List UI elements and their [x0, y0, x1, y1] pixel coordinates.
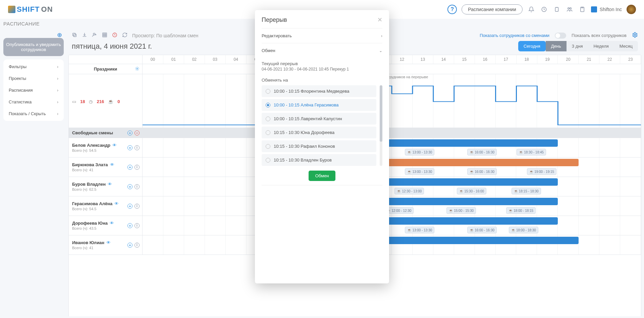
sidebar-item-show-hide[interactable]: Показать / Скрыть›	[3, 108, 64, 120]
download-icon[interactable]	[82, 32, 87, 39]
eye-icon[interactable]: 👁	[112, 143, 117, 148]
tab-week[interactable]: Неделя	[588, 41, 614, 51]
break-pill[interactable]: ☕13:00 - 13:30	[405, 227, 434, 233]
swap-button[interactable]: Обмен	[309, 171, 336, 181]
add-icon[interactable]: +	[127, 242, 132, 247]
break-pill[interactable]: ☕15:00 - 15:30	[446, 207, 476, 214]
publish-button[interactable]: Опубликовать и уведомить сотрудников	[3, 38, 64, 56]
company-schedule-button[interactable]: Расписание компании	[462, 4, 523, 14]
row-track[interactable]: 09:00 - 21:00	[143, 235, 641, 255]
swap-option[interactable]: 10:00 - 10:15 Флорентина Медведева	[262, 85, 376, 97]
collapse-sidebar-icon[interactable]: ⊕	[56, 31, 63, 39]
modal-title: Перерыв	[262, 16, 287, 24]
current-break-value: 04-06-2021 10:30 - 04-06-2021 10:45 Пере…	[262, 66, 382, 74]
eye-icon[interactable]: 👁	[110, 162, 114, 167]
show-all-link[interactable]: Показать всех сотрудников	[572, 33, 627, 38]
hour-header: 01	[163, 55, 184, 64]
info-icon[interactable]: i	[135, 184, 140, 189]
show-with-shifts-link[interactable]: Показать сотрудников со сменами	[480, 33, 549, 38]
cup-icon: ☕	[514, 189, 518, 193]
employees-toggle[interactable]	[555, 33, 566, 39]
sidebar-item-statistics[interactable]: Статистика›	[3, 96, 64, 108]
scrollbar[interactable]	[380, 85, 382, 166]
row-track[interactable]: ☕10:30 - 10:45☕13:00 - 13:30☕16:00 - 16:…	[143, 138, 641, 157]
modal-exchange-section[interactable]: Обмен ⌄	[262, 43, 382, 58]
sidebar-item-schedules[interactable]: Расписания›	[3, 84, 64, 96]
remove-icon[interactable]: −	[135, 130, 140, 135]
svg-point-11	[137, 68, 138, 69]
hour-header: 13	[413, 55, 433, 64]
gear-icon[interactable]	[135, 66, 140, 72]
sidebar-item-filters[interactable]: Фильтры›	[3, 61, 64, 73]
eye-icon[interactable]: 👁	[114, 201, 119, 206]
add-icon[interactable]: +	[127, 130, 132, 135]
tab-day[interactable]: День	[546, 41, 567, 51]
break-pill[interactable]: ☕13:00 - 13:30	[405, 168, 434, 175]
radio-icon	[266, 144, 270, 149]
info-icon[interactable]: i	[135, 223, 140, 228]
add-icon[interactable]: +	[127, 184, 132, 189]
info-icon[interactable]: i	[135, 203, 140, 209]
swap-option[interactable]: 10:15 - 10:30 Юна Дорофеева	[262, 127, 376, 138]
break-pill[interactable]: ☕16:00 - 16:30	[467, 168, 497, 175]
hour-header: 12	[392, 55, 413, 64]
tab-today[interactable]: Сегодня	[518, 41, 546, 51]
break-pill[interactable]: ☕18:00 - 18:30	[509, 227, 538, 233]
break-pill[interactable]: ☕18:00 - 18:15	[506, 207, 536, 214]
eye-icon[interactable]: 👁	[110, 221, 114, 226]
cup-icon: ☕	[470, 150, 474, 154]
break-pill[interactable]: ☕16:00 - 16:30	[467, 227, 497, 233]
break-pill[interactable]: ☕18:30 - 18:45	[517, 149, 546, 155]
row-track[interactable]: 08:00 - 20:00☕10:15 - 10:30☕13:00 - 13:3…	[143, 216, 641, 235]
hour-header: 22	[599, 55, 620, 64]
clipboard-icon[interactable]	[553, 5, 561, 13]
help-icon[interactable]: ?	[447, 5, 457, 14]
svg-rect-1	[555, 7, 558, 11]
eye-icon[interactable]: 👁	[106, 240, 111, 245]
swap-option[interactable]: 10:15 - 10:30 Владлен Буров	[262, 154, 376, 166]
break-pill[interactable]: ☕16:00 - 16:30	[467, 149, 497, 155]
add-user-icon[interactable]	[92, 32, 97, 39]
eye-icon[interactable]: 👁	[108, 182, 112, 187]
swap-option[interactable]: 10:00 - 10:15 Лаврентий Капустин	[262, 113, 376, 125]
stat-days: 18	[80, 99, 85, 104]
copy-icon[interactable]	[72, 32, 77, 39]
add-icon[interactable]: +	[127, 165, 132, 170]
add-icon[interactable]: +	[127, 223, 132, 228]
add-icon[interactable]: +	[127, 203, 132, 209]
break-label: 13:00 - 13:30	[412, 150, 432, 154]
break-pill[interactable]: ☕13:00 - 13:30	[405, 149, 434, 155]
swap-option[interactable]: 10:00 - 10:15 Алёна Герасимова	[262, 99, 376, 111]
swap-options-list[interactable]: 10:00 - 10:15 Флорентина Медведева10:00 …	[262, 85, 378, 166]
modal-edit-section[interactable]: Редактировать ›	[262, 28, 382, 43]
cup-icon: ☕	[407, 150, 411, 154]
company-selector[interactable]: Shifton Inc	[591, 6, 622, 12]
row-track[interactable]: ☕11:15☕13:00 - 13:30☕16:00 - 16:30☕19:00…	[143, 157, 641, 177]
break-pill[interactable]: ☕19:00 - 19:15	[527, 168, 556, 175]
grid-icon[interactable]	[102, 32, 107, 39]
add-icon[interactable]: +	[127, 145, 132, 150]
gear-icon[interactable]	[632, 32, 638, 39]
tasks-icon[interactable]	[578, 5, 586, 13]
tab-3days[interactable]: 3 дня	[567, 41, 588, 51]
row-track[interactable]: ☕10:30☕12:30 - 13:00☕15:30 - 16:00☕18:15…	[143, 177, 641, 196]
swap-option[interactable]: 10:15 - 10:30 Рафаил Кононов	[262, 140, 376, 152]
clock-red-icon[interactable]	[112, 32, 117, 39]
logo[interactable]: SHIFTON	[8, 5, 53, 14]
users-icon[interactable]	[566, 5, 574, 13]
close-icon[interactable]: ✕	[377, 16, 382, 24]
row-track[interactable]: 08:00 - 20:00☕10:00 - 10:15☕12:00 - 12:3…	[143, 196, 641, 216]
break-pill[interactable]: ☕18:15 - 18:30	[512, 188, 541, 194]
info-icon[interactable]: i	[135, 145, 140, 150]
tab-month[interactable]: Месяц	[614, 41, 638, 51]
avatar[interactable]	[627, 5, 636, 14]
sidebar-item-projects[interactable]: Проекты›	[3, 73, 64, 84]
scrollbar-thumb[interactable]	[380, 85, 382, 142]
break-pill[interactable]: ☕12:30 - 13:00	[394, 188, 424, 194]
bell-icon[interactable]	[527, 5, 535, 13]
clock-icon[interactable]	[540, 5, 548, 13]
break-pill[interactable]: ☕15:30 - 16:00	[457, 188, 486, 194]
refresh-icon[interactable]	[122, 32, 127, 39]
info-icon[interactable]: i	[135, 242, 140, 247]
info-icon[interactable]: i	[135, 165, 140, 170]
